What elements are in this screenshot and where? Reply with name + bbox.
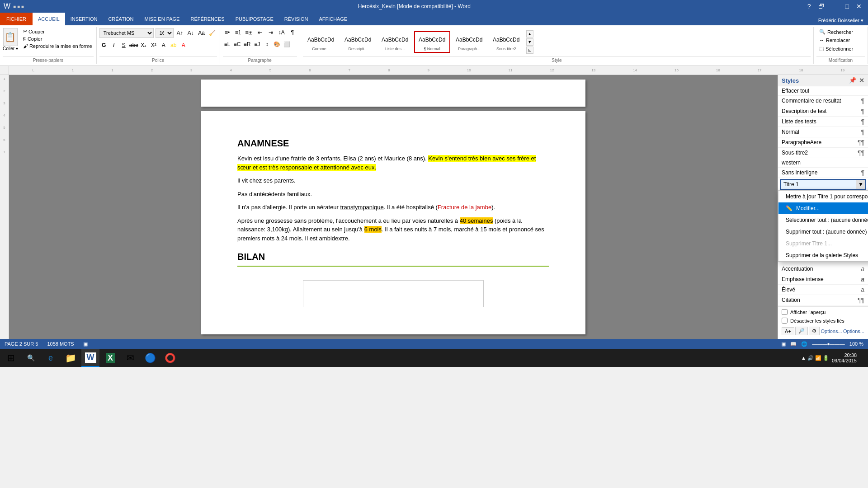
- increase-font-button[interactable]: A↑: [175, 28, 184, 38]
- gallery-scroll-down[interactable]: ▼: [526, 38, 533, 46]
- decrease-indent-button[interactable]: ⇤: [255, 28, 264, 37]
- tab-affichage[interactable]: AFFICHAGE: [313, 13, 353, 25]
- style-paragraph[interactable]: AaBbCcDd Paragraph...: [451, 32, 487, 52]
- coller-button[interactable]: 📋 Coller ▾: [3, 28, 18, 51]
- style-normal-panel[interactable]: Normal ¶: [778, 127, 868, 137]
- view-reading-icon[interactable]: 📖: [790, 341, 797, 347]
- style-paragrapheaere[interactable]: ParagrapheAere ¶¶: [778, 137, 868, 148]
- close-button[interactable]: ✕: [854, 3, 864, 10]
- restore-button[interactable]: 🗗: [816, 3, 827, 10]
- gallery-scroll-up[interactable]: ▲: [526, 30, 533, 38]
- tab-creation[interactable]: CRÉATION: [103, 13, 139, 25]
- style-commentaire[interactable]: Commentaire de resultat ¶: [778, 96, 868, 106]
- taskbar-word[interactable]: W: [81, 349, 99, 367]
- checkbox-styles-lies[interactable]: Désactiver les styles liés: [778, 316, 868, 325]
- font-name-select[interactable]: Trebuchet MS: [99, 28, 154, 38]
- taskbar-search[interactable]: 🔍: [22, 349, 40, 367]
- minimize-button[interactable]: —: [829, 3, 841, 10]
- checkbox-apercu-input[interactable]: [782, 309, 788, 315]
- style-sans-interligne[interactable]: Sans interligne ¶: [778, 168, 868, 178]
- style-description[interactable]: Description de test ¶: [778, 106, 868, 117]
- tab-fichier[interactable]: FICHIER: [0, 13, 33, 25]
- options-button[interactable]: Options...: [821, 328, 842, 334]
- styles-panel-pin[interactable]: 📌: [849, 77, 856, 84]
- context-menu-delete-gallery[interactable]: Supprimer de la galerie Styles: [778, 249, 868, 261]
- tab-revision[interactable]: RÉVISION: [279, 13, 314, 25]
- document-container[interactable]: ANAMNESE Kevin est issu d'une fratrie de…: [9, 75, 778, 339]
- new-style-button[interactable]: A+: [782, 327, 794, 335]
- strikethrough-button[interactable]: abc: [129, 41, 138, 50]
- tab-mise-en-page[interactable]: MISE EN PAGE: [139, 13, 185, 25]
- decrease-font-button[interactable]: A↓: [186, 28, 195, 38]
- zoom-slider[interactable]: ———●———: [812, 341, 845, 347]
- maximize-button[interactable]: □: [843, 3, 852, 10]
- context-menu-modifier[interactable]: ✏️ Modifier...: [778, 202, 868, 214]
- style-soustitre2[interactable]: AaBbCcDd Sous-titre2: [488, 32, 524, 52]
- context-menu-update[interactable]: Mettre à jour Titre 1 pour correspondre …: [778, 191, 868, 202]
- numbering-button[interactable]: ≡1: [234, 28, 243, 37]
- font-size-select[interactable]: 16: [156, 28, 174, 38]
- manage-styles-button[interactable]: ⚙: [809, 327, 820, 335]
- highlight-button[interactable]: ab: [169, 41, 178, 50]
- subscript-button[interactable]: X₂: [139, 41, 148, 50]
- taskbar-ie[interactable]: e: [42, 349, 60, 367]
- tab-insertion[interactable]: INSERTION: [65, 13, 103, 25]
- shading-button[interactable]: 🎨: [273, 40, 282, 49]
- style-citation[interactable]: Citation ¶¶: [778, 295, 868, 305]
- style-accentuation[interactable]: Accentuation a: [778, 264, 868, 274]
- line-spacing-button[interactable]: ↕: [263, 40, 272, 49]
- italic-button[interactable]: I: [109, 41, 118, 50]
- style-comme[interactable]: AaBbCcDd Comme...: [303, 32, 339, 52]
- clear-format-button[interactable]: 🧹: [208, 28, 217, 38]
- context-menu-delete-all[interactable]: Supprimer tout : (aucune donnée): [778, 226, 868, 238]
- rechercher-button[interactable]: 🔍 Rechercher: [816, 28, 856, 36]
- gallery-expand[interactable]: ⊡: [526, 47, 533, 54]
- taskbar-explorer[interactable]: 📁: [61, 349, 80, 367]
- style-eleve[interactable]: Élevé a: [778, 285, 868, 295]
- show-paragraph-button[interactable]: ¶: [288, 28, 297, 37]
- view-web-icon[interactable]: 🌐: [801, 341, 807, 347]
- font-color-button[interactable]: A: [179, 41, 188, 50]
- increase-indent-button[interactable]: ⇥: [266, 28, 275, 37]
- borders-button[interactable]: ⬜: [283, 40, 292, 49]
- style-soustitre2-panel[interactable]: Sous-titre2 ¶¶: [778, 148, 868, 158]
- align-left-button[interactable]: ≡L: [223, 40, 232, 49]
- superscript-button[interactable]: X²: [149, 41, 158, 50]
- text-effects-button[interactable]: A: [159, 41, 168, 50]
- checkbox-apercu[interactable]: Afficher l'aperçu: [778, 308, 868, 316]
- taskbar-chrome[interactable]: 🔵: [141, 349, 159, 367]
- reproduire-button[interactable]: 🖌 Reproduire la mise en forme: [22, 43, 94, 49]
- options-label[interactable]: Options...: [843, 328, 864, 334]
- style-liste-tests[interactable]: Liste des tests ¶: [778, 117, 868, 127]
- taskbar-mail[interactable]: ✉: [121, 349, 139, 367]
- remplacer-button[interactable]: ↔ Remplacer: [816, 37, 856, 44]
- tab-publipostage[interactable]: PUBLIPOSTAGE: [230, 13, 279, 25]
- style-normal[interactable]: AaBbCcDd ¶ Normal: [414, 31, 450, 53]
- view-normal-icon[interactable]: ▣: [781, 341, 786, 347]
- taskbar-app7[interactable]: ⭕: [161, 349, 179, 367]
- tab-accueil[interactable]: ACCUEIL: [33, 13, 65, 25]
- taskbar-excel[interactable]: X: [101, 349, 119, 367]
- align-center-button[interactable]: ≡C: [233, 40, 242, 49]
- font-case-button[interactable]: Aa: [197, 28, 206, 38]
- style-effacer-tout[interactable]: Effacer tout: [778, 86, 868, 96]
- style-western[interactable]: western: [778, 158, 868, 168]
- inspector-button[interactable]: 🔎: [795, 327, 808, 335]
- context-menu-select-all[interactable]: Sélectionner tout : (aucune donnée): [778, 214, 868, 226]
- help-button[interactable]: ?: [805, 3, 814, 10]
- style-titre1-arrow[interactable]: ▼: [856, 180, 865, 189]
- start-button[interactable]: ⊞: [2, 349, 20, 367]
- selectionner-button[interactable]: ⬚ Sélectionner: [816, 45, 856, 52]
- checkbox-styles-lies-input[interactable]: [782, 318, 788, 324]
- bullets-button[interactable]: ≡•: [223, 28, 232, 37]
- sort-button[interactable]: ↕A: [277, 28, 286, 37]
- couper-button[interactable]: ✂ Couper: [22, 28, 94, 35]
- justify-button[interactable]: ≡J: [253, 40, 262, 49]
- align-right-button[interactable]: ≡R: [243, 40, 252, 49]
- style-emphase[interactable]: Emphase intense a: [778, 274, 868, 285]
- copier-button[interactable]: ⎘ Copier: [22, 36, 94, 42]
- underline-button[interactable]: S: [119, 41, 128, 50]
- tab-references[interactable]: RÉFÉRENCES: [185, 13, 230, 25]
- style-liste[interactable]: AaBbCcDd Liste des...: [377, 32, 413, 52]
- multilevel-button[interactable]: ≡⊞: [245, 28, 254, 37]
